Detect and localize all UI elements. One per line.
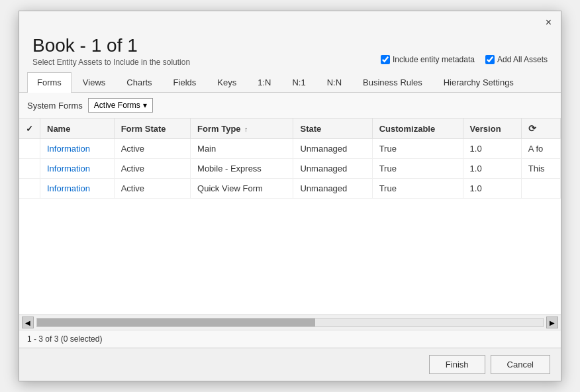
active-forms-dropdown[interactable]: Active Forms ▾ — [88, 98, 153, 113]
chevron-down-icon: ▾ — [143, 101, 147, 110]
row2-version: 1.0 — [463, 159, 521, 179]
scroll-right-arrow[interactable]: ▶ — [546, 317, 558, 328]
col-state[interactable]: State — [293, 119, 372, 139]
row1-form-state: Active — [114, 139, 190, 159]
include-metadata-checkbox[interactable] — [381, 55, 390, 64]
row2-state: Unmanaged — [293, 159, 372, 179]
add-all-assets-label[interactable]: Add All Assets — [485, 55, 548, 64]
tab-hierarchy-settings[interactable]: Hierarchy Settings — [434, 72, 524, 92]
col-check[interactable]: ✓ — [19, 119, 40, 139]
forms-table: ✓ Name Form State Form Type ↑ State Cust… — [19, 119, 561, 199]
row1-customizable: True — [372, 139, 463, 159]
table-row: Information Active Quick View Form Unman… — [19, 179, 561, 199]
table-row: Information Active Main Unmanaged True 1… — [19, 139, 561, 159]
row3-name[interactable]: Information — [40, 179, 115, 199]
row3-customizable: True — [372, 179, 463, 199]
col-name[interactable]: Name — [40, 119, 115, 139]
row1-version: 1.0 — [463, 139, 521, 159]
content-area: System Forms Active Forms ▾ ✓ Name Form … — [19, 93, 561, 348]
dropdown-label: Active Forms — [94, 101, 140, 110]
close-button[interactable]: × — [542, 15, 556, 30]
sub-header: System Forms Active Forms ▾ — [19, 93, 561, 119]
horizontal-scrollbar[interactable]: ◀ ▶ — [19, 315, 561, 330]
row3-check[interactable] — [19, 179, 40, 199]
dialog: × Book - 1 of 1 Select Entity Assets to … — [19, 11, 561, 381]
header-right: Include entity metadata Add All Assets — [381, 55, 548, 67]
row3-form-state: Active — [114, 179, 190, 199]
header-left: Book - 1 of 1 Select Entity Assets to In… — [32, 35, 190, 67]
status-bar: 1 - 3 of 3 (0 selected) — [19, 330, 561, 348]
row1-extra: A fo — [521, 139, 560, 159]
table-header-row: ✓ Name Form State Form Type ↑ State Cust… — [19, 119, 561, 139]
system-forms-label: System Forms — [27, 101, 83, 111]
row3-version: 1.0 — [463, 179, 521, 199]
col-version[interactable]: Version — [463, 119, 521, 139]
tab-views[interactable]: Views — [73, 72, 115, 92]
dialog-subtitle: Select Entity Assets to Include in the s… — [32, 58, 190, 67]
sort-icon: ↑ — [244, 126, 248, 133]
header: Book - 1 of 1 Select Entity Assets to In… — [19, 30, 561, 72]
status-text: 1 - 3 of 3 (0 selected) — [27, 334, 102, 344]
table-row: Information Active Mobile - Express Unma… — [19, 159, 561, 179]
col-form-state[interactable]: Form State — [114, 119, 190, 139]
title-bar: × — [19, 11, 561, 30]
tab-business-rules[interactable]: Business Rules — [353, 72, 432, 92]
row2-form-type: Mobile - Express — [191, 159, 293, 179]
row3-form-type: Quick View Form — [191, 179, 293, 199]
row1-state: Unmanaged — [293, 139, 372, 159]
scroll-thumb[interactable] — [37, 318, 315, 326]
footer: Finish Cancel — [19, 348, 561, 381]
row1-form-type: Main — [191, 139, 293, 159]
include-metadata-label[interactable]: Include entity metadata — [381, 55, 475, 64]
add-all-assets-checkbox[interactable] — [485, 55, 495, 64]
tab-forms[interactable]: Forms — [27, 72, 72, 93]
tabs-container: Forms Views Charts Fields Keys 1:N N:1 N… — [19, 72, 561, 93]
tab-n1[interactable]: N:1 — [282, 72, 315, 92]
finish-button[interactable]: Finish — [429, 355, 485, 374]
col-form-type[interactable]: Form Type ↑ — [191, 119, 293, 139]
row1-check[interactable] — [19, 139, 40, 159]
row2-check[interactable] — [19, 159, 40, 179]
cancel-button[interactable]: Cancel — [491, 355, 550, 374]
tab-charts[interactable]: Charts — [117, 72, 162, 92]
row2-customizable: True — [372, 159, 463, 179]
tab-nn[interactable]: N:N — [317, 72, 352, 92]
row2-name[interactable]: Information — [40, 159, 115, 179]
row3-state: Unmanaged — [293, 179, 372, 199]
row2-extra: This — [521, 159, 560, 179]
col-refresh[interactable]: ⟳ — [521, 119, 560, 139]
table-container[interactable]: ✓ Name Form State Form Type ↑ State Cust… — [19, 119, 561, 315]
tab-keys[interactable]: Keys — [207, 72, 246, 92]
refresh-icon: ⟳ — [528, 123, 536, 134]
row2-form-state: Active — [114, 159, 190, 179]
row3-extra — [521, 179, 560, 199]
row1-name[interactable]: Information — [40, 139, 115, 159]
scroll-left-arrow[interactable]: ◀ — [22, 317, 34, 328]
tab-fields[interactable]: Fields — [164, 72, 207, 92]
col-customizable[interactable]: Customizable — [372, 119, 463, 139]
dialog-title: Book - 1 of 1 — [32, 35, 190, 56]
scroll-track[interactable] — [36, 318, 544, 327]
tab-1n[interactable]: 1:N — [248, 72, 281, 92]
